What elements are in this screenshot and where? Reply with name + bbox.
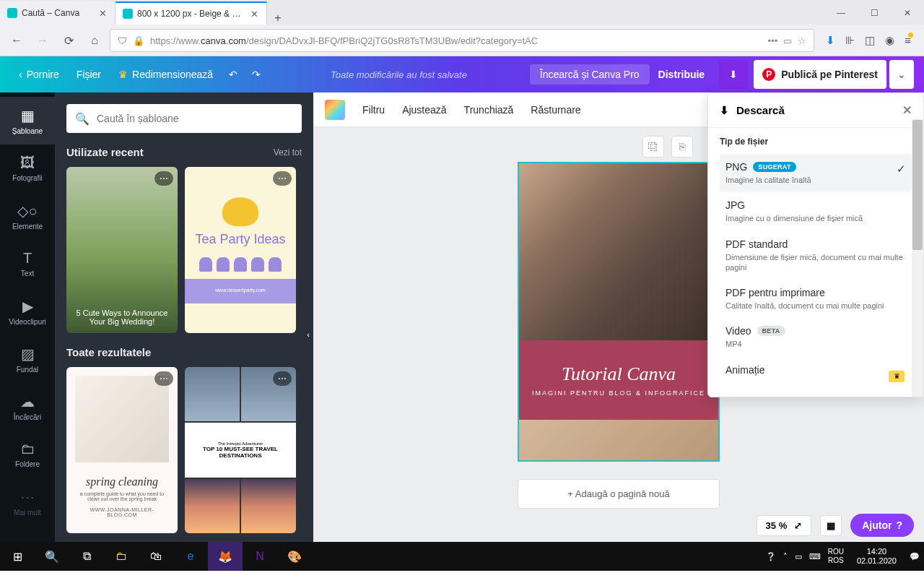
rail-text[interactable]: TText xyxy=(0,240,55,288)
search-input[interactable] xyxy=(97,113,293,124)
template-search[interactable]: 🔍 xyxy=(66,104,302,133)
resize-button[interactable]: ♛Redimensionează xyxy=(110,56,222,92)
rail-templates[interactable]: ▦Șabloane xyxy=(0,97,55,144)
template-card[interactable]: ⋯ spring cleaning a complete guide to wh… xyxy=(66,367,178,533)
duplicate-page-button[interactable]: ⿻ xyxy=(642,136,664,158)
add-page-button[interactable]: + Adaugă o pagină nouă xyxy=(518,479,720,509)
close-icon[interactable]: ✕ xyxy=(97,8,108,18)
toolbar-icons: ⬇ ⊪ ◫ ◉ ≡ xyxy=(819,34,918,47)
new-tab-button[interactable]: + xyxy=(267,12,289,25)
paint-button[interactable]: 🎨 xyxy=(277,542,312,571)
publish-dropdown[interactable]: ⌄ xyxy=(889,60,914,89)
design-image[interactable] xyxy=(519,163,718,340)
menu-icon[interactable]: ≡ xyxy=(905,34,911,47)
all-results-header: Toate rezultatele xyxy=(66,346,302,358)
tray-keyboard-icon[interactable]: ⌨ xyxy=(809,552,821,561)
upload-icon: ☁ xyxy=(20,393,35,410)
download-button[interactable]: ⬇ xyxy=(719,60,748,89)
close-window-button[interactable]: ✕ xyxy=(891,1,924,25)
expand-icon[interactable]: ⤢ xyxy=(794,520,802,531)
design-image-bottom[interactable] xyxy=(519,420,718,460)
bookmark-icon[interactable]: ☆ xyxy=(798,35,806,46)
reload-button[interactable]: ⟳ xyxy=(58,30,79,51)
file-type-option[interactable]: Animație ♛ xyxy=(720,357,912,385)
redo-button[interactable]: ↷ xyxy=(245,56,268,92)
template-card[interactable]: ⋯ 5 Cute Ways to Announce Your Big Weddi… xyxy=(66,167,178,333)
explorer-button[interactable]: 🗀 xyxy=(104,542,139,571)
card-menu-icon[interactable]: ⋯ xyxy=(154,371,173,386)
crop-button[interactable]: Trunchiază xyxy=(464,104,514,116)
share-button[interactable]: Distribuie xyxy=(650,56,714,92)
rail-background[interactable]: ▨Fundal xyxy=(0,335,55,383)
browser-tab-active[interactable]: 800 x 1200 px - Beige & White S ✕ xyxy=(116,1,267,25)
library-icon[interactable]: ⊪ xyxy=(845,34,855,47)
flip-button[interactable]: Răsturnare xyxy=(531,104,580,116)
help-button[interactable]: Ajutor? xyxy=(850,514,914,537)
browser-tab[interactable]: Caută – Canva ✕ xyxy=(0,1,116,25)
publish-button[interactable]: P Publică pe Pinterest xyxy=(754,60,886,89)
undo-button[interactable]: ↶ xyxy=(222,56,245,92)
account-icon[interactable]: ◉ xyxy=(885,34,894,47)
rail-photos[interactable]: 🖼Fotografii xyxy=(0,144,55,192)
edge-button[interactable]: e xyxy=(173,542,208,571)
rail-folders[interactable]: 🗀Foldere xyxy=(0,431,55,478)
reader-icon[interactable]: ▭ xyxy=(783,35,792,46)
store-button[interactable]: 🛍 xyxy=(139,542,173,571)
template-card[interactable]: ⋯ Tea Party Ideas www.dessertparty.com xyxy=(185,167,296,333)
close-icon[interactable]: ✕ xyxy=(902,103,912,117)
forward-button[interactable]: → xyxy=(32,30,53,51)
copy-page-button[interactable]: ⎘ xyxy=(671,136,693,158)
home-button[interactable]: ‹ Pornire xyxy=(10,56,68,92)
clock[interactable]: 14:2002.01.2020 xyxy=(851,547,902,566)
card-menu-icon[interactable]: ⋯ xyxy=(154,171,173,186)
firefox-button[interactable]: 🦊 xyxy=(208,542,243,571)
file-type-option[interactable]: PDF pentru imprimare Calitate înaltă, do… xyxy=(720,280,912,318)
file-type-option[interactable]: PDF standard Dimensiune de fișier mică, … xyxy=(720,231,912,280)
download-icon[interactable]: ⬇ xyxy=(826,34,835,47)
file-type-option[interactable]: PNG SUGERATImagine la calitate înaltă✓ xyxy=(720,154,912,192)
tab-title: 800 x 1200 px - Beige & White S xyxy=(137,9,245,19)
ellipsis-icon[interactable]: ••• xyxy=(768,35,778,46)
tray-chevron-icon[interactable]: ˄ xyxy=(783,552,788,561)
adjust-button[interactable]: Ajustează xyxy=(402,104,446,116)
design-text-band[interactable]: Tutorial Canva IMAGINI PENTRU BLOG & INF… xyxy=(519,340,718,420)
tray-help-icon[interactable]: ❔ xyxy=(766,552,776,561)
rail-elements[interactable]: ◇○Elemente xyxy=(0,192,55,240)
see-all-link[interactable]: Vezi tot xyxy=(274,147,302,158)
collapse-panel-button[interactable]: ‹ xyxy=(302,309,313,360)
color-picker[interactable] xyxy=(325,100,345,120)
try-pro-button[interactable]: Încearcă și Canva Pro xyxy=(530,64,650,85)
grid-view-button[interactable]: ▦ xyxy=(820,515,842,536)
zoom-control[interactable]: 35 % ⤢ xyxy=(757,515,812,536)
url-input[interactable]: 🛡 🔒 https://www.canva.com/design/DADvxJl… xyxy=(110,29,814,52)
design-canvas[interactable]: Tutorial Canva IMAGINI PENTRU BLOG & INF… xyxy=(518,162,720,462)
start-button[interactable]: ⊞ xyxy=(0,542,35,571)
close-icon[interactable]: ✕ xyxy=(249,9,259,19)
minimize-button[interactable]: — xyxy=(824,1,858,25)
file-type-option[interactable]: Video BETAMP4 xyxy=(720,318,912,356)
back-button[interactable]: ← xyxy=(6,30,27,51)
card-menu-icon[interactable]: ⋯ xyxy=(273,171,292,186)
tray-battery-icon[interactable]: ▭ xyxy=(795,552,802,561)
task-view-button[interactable]: ⧉ xyxy=(69,542,104,571)
file-menu[interactable]: Fișier xyxy=(68,56,110,92)
sidebar-icon[interactable]: ◫ xyxy=(865,34,875,47)
scrollbar[interactable] xyxy=(912,119,923,397)
language-indicator[interactable]: ROUROS xyxy=(828,548,844,565)
maximize-button[interactable]: ☐ xyxy=(858,1,891,25)
search-button[interactable]: 🔍 xyxy=(35,542,69,571)
pinterest-icon: P xyxy=(762,68,775,81)
rail-more[interactable]: ⋯Mai mult xyxy=(0,478,55,526)
card-menu-icon[interactable]: ⋯ xyxy=(273,371,292,386)
template-card[interactable]: ⋯ The Intrepid AdventurerTOP 10 MUST-SEE… xyxy=(185,367,296,533)
recent-header: Utilizate recent Vezi tot xyxy=(66,146,302,158)
file-type-label: Tip de fișier xyxy=(720,137,912,147)
rail-videos[interactable]: ▶Videoclipuri xyxy=(0,288,55,335)
onenote-button[interactable]: N xyxy=(243,542,277,571)
rail-uploads[interactable]: ☁Încărcări xyxy=(0,383,55,431)
scrollbar-thumb[interactable] xyxy=(912,120,923,250)
file-type-option[interactable]: JPG Imagine cu o dimensiune de fișier mi… xyxy=(720,192,912,230)
notifications-icon[interactable]: 💬 xyxy=(910,552,920,561)
filter-button[interactable]: Filtru xyxy=(362,104,385,116)
home-button[interactable]: ⌂ xyxy=(84,30,105,51)
